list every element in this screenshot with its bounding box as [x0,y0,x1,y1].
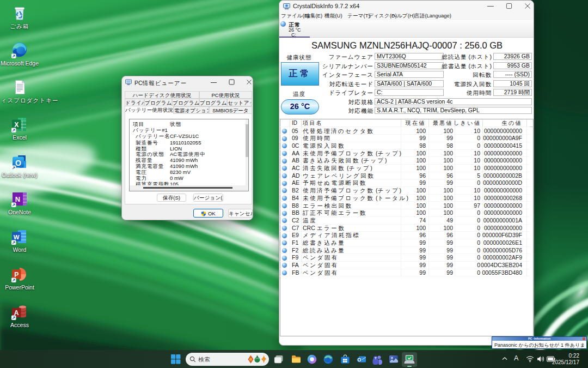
svg-text:O: O [15,159,21,167]
svg-text:W: W [14,234,20,240]
svg-text:P: P [14,271,19,279]
svg-text:X: X [14,121,19,129]
svg-text:T: T [375,357,377,360]
svg-text:N: N [15,195,20,203]
